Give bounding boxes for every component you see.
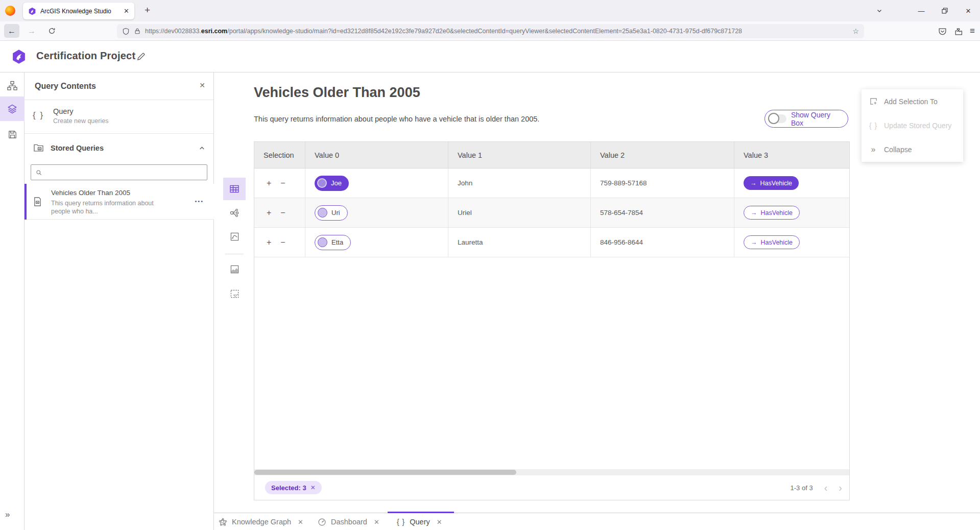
arrow-right-icon: →: [750, 180, 757, 187]
tab-knowledge-graph[interactable]: Knowledge Graph ✕: [219, 513, 303, 530]
menu-item-collapse[interactable]: » Collapse: [862, 137, 963, 161]
menu-item-update-stored-query[interactable]: { } Update Stored Query: [862, 113, 963, 137]
query-contents-panel: Query Contents ✕ { } Query Create new qu…: [25, 73, 214, 530]
knowledge-graph-icon: [219, 518, 227, 526]
query-item-title: Query: [53, 107, 74, 115]
table-header-row: Selection Value 0 Value 1 Value 2 Value …: [254, 142, 849, 168]
query-viewer: Vehicles Older Than 2005 This query retu…: [214, 73, 980, 513]
results-table: Selection Value 0 Value 1 Value 2 Value …: [254, 141, 850, 500]
browser-toolbar: ← → https://dev0028833.esri.com/portal/a…: [0, 21, 980, 41]
expand-panel-chevrons[interactable]: »: [5, 510, 10, 520]
selected-count-chip[interactable]: Selected: 3 ✕: [265, 481, 322, 494]
new-query-item[interactable]: { } Query Create new queries: [25, 100, 213, 134]
entity-avatar-icon: [318, 208, 327, 218]
toggle-knob[interactable]: [768, 113, 779, 124]
chip-close-icon[interactable]: ✕: [310, 484, 316, 491]
url-text: https://dev0028833.esri.com/portal/apps/…: [145, 28, 848, 35]
col-selection[interactable]: Selection: [254, 142, 305, 168]
lock-icon[interactable]: [134, 28, 141, 35]
value2-cell: 759-889-57168: [591, 168, 734, 198]
show-query-box-toggle[interactable]: Show Query Box: [764, 110, 848, 128]
entity-pill[interactable]: Etta: [315, 235, 351, 250]
panel-title: Query Contents: [35, 82, 96, 91]
row-remove-button[interactable]: −: [280, 238, 285, 247]
table-row: +− Etta Lauretta 846-956-8644 →HasVehicl…: [254, 228, 849, 257]
shield-icon[interactable]: [122, 28, 130, 35]
stored-query-list-item[interactable]: Vehicles Older Than 2005 This query retu…: [25, 184, 214, 220]
table-row: +− Uri Uriel 578-654-7854 →HasVehicle: [254, 198, 849, 228]
tab-close-icon[interactable]: ✕: [374, 518, 379, 526]
url-bar[interactable]: https://dev0028833.esri.com/portal/apps/…: [117, 24, 864, 38]
query-title: Vehicles Older Than 2005: [254, 85, 420, 101]
stored-queries-search[interactable]: [31, 164, 207, 180]
tab-list-chevron-icon[interactable]: [873, 6, 886, 16]
extensions-puzzle-icon[interactable]: [954, 27, 963, 36]
restore-button[interactable]: [933, 0, 957, 21]
col-value1[interactable]: Value 1: [448, 142, 591, 168]
stored-queries-header[interactable]: Stored Queries: [25, 134, 213, 163]
minimize-button[interactable]: —: [910, 0, 933, 21]
entity-pill[interactable]: Joe: [315, 176, 349, 191]
search-magnifier-icon: [35, 169, 42, 176]
tab-close-icon[interactable]: ✕: [124, 7, 129, 15]
link-chart-icon[interactable]: [223, 202, 246, 224]
dashboard-gauge-icon: [318, 518, 326, 526]
tab-query[interactable]: { } Query ✕: [397, 513, 442, 530]
row-add-button[interactable]: +: [267, 238, 271, 247]
entity-avatar-icon: [317, 178, 327, 188]
value2-cell: 846-956-8644: [591, 228, 734, 257]
entity-pill[interactable]: Uri: [315, 205, 348, 221]
table-footer: Selected: 3 ✕ 1-3 of 3 ‹ ›: [254, 475, 849, 500]
data-model-icon[interactable]: [0, 74, 25, 98]
app-header: Certification Project ? PL publisher2 la…: [0, 41, 980, 73]
reload-button[interactable]: [44, 24, 59, 38]
collapse-chevron-icon[interactable]: [199, 145, 205, 152]
select-marquee-icon[interactable]: [223, 282, 246, 305]
menu-hamburger-icon[interactable]: ≡: [970, 26, 975, 36]
prev-page-chevron[interactable]: ‹: [824, 483, 828, 493]
close-window-button[interactable]: ✕: [957, 0, 980, 21]
browser-tab-strip: ArcGIS Knowledge Studio ✕ + — ✕: [0, 0, 980, 21]
toggle-track[interactable]: [769, 114, 786, 123]
col-value3[interactable]: Value 3: [734, 142, 849, 168]
back-button[interactable]: ←: [4, 24, 19, 38]
col-value0[interactable]: Value 0: [305, 142, 448, 168]
row-remove-button[interactable]: −: [280, 179, 285, 188]
row-add-button[interactable]: +: [267, 208, 271, 218]
panel-close-icon[interactable]: ✕: [199, 81, 205, 89]
save-icon[interactable]: [0, 122, 25, 147]
value1-cell: Lauretta: [448, 228, 591, 257]
pagination-range: 1-3 of 3: [791, 484, 813, 492]
row-remove-button[interactable]: −: [280, 208, 285, 218]
layers-icon[interactable]: [0, 97, 25, 121]
entity-avatar-icon: [318, 237, 327, 247]
bookmark-star-icon[interactable]: ☆: [852, 27, 859, 35]
scrollbar-thumb[interactable]: [254, 470, 516, 475]
item-options-ellipsis[interactable]: •••: [195, 198, 204, 204]
firefox-icon[interactable]: [5, 6, 15, 16]
menu-item-add-selection-to[interactable]: Add Selection To: [862, 89, 963, 113]
relation-pill[interactable]: →HasVehicle: [744, 176, 799, 190]
col-value2[interactable]: Value 2: [591, 142, 734, 168]
new-tab-button[interactable]: +: [145, 5, 150, 16]
relation-pill[interactable]: →HasVehicle: [744, 206, 800, 220]
histogram-map-icon[interactable]: [223, 258, 246, 280]
tab-dashboard[interactable]: Dashboard ✕: [318, 513, 379, 530]
horizontal-scrollbar[interactable]: [254, 469, 849, 475]
knowledge-studio-logo-icon: [11, 49, 27, 64]
row-add-button[interactable]: +: [267, 179, 271, 188]
map-view-icon[interactable]: [223, 225, 246, 248]
table-view-icon[interactable]: [223, 178, 246, 200]
pocket-icon[interactable]: [938, 27, 947, 36]
tab-close-icon[interactable]: ✕: [437, 518, 442, 526]
search-input[interactable]: [45, 168, 203, 176]
edit-title-pencil-icon[interactable]: [136, 52, 146, 61]
relation-pill[interactable]: →HasVehicle: [744, 235, 800, 249]
tab-close-icon[interactable]: ✕: [298, 518, 303, 526]
show-query-box-label: Show Query Box: [791, 111, 842, 127]
selected-indicator-bar: [25, 184, 27, 220]
browser-tab[interactable]: ArcGIS Knowledge Studio ✕: [23, 3, 134, 19]
selected-count-label: Selected: 3: [271, 484, 306, 492]
braces-icon: { }: [33, 110, 44, 121]
next-page-chevron[interactable]: ›: [839, 483, 842, 493]
